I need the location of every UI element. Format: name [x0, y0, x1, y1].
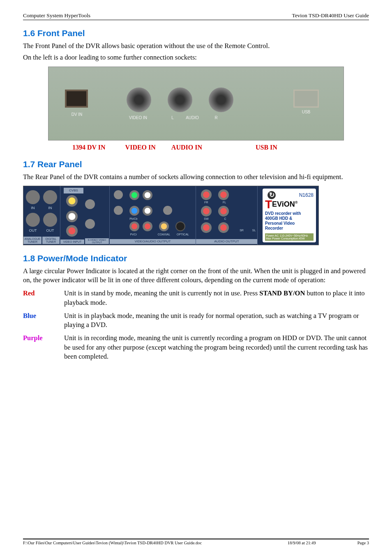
analog-out-label: OUT	[26, 228, 40, 233]
heading-1-7: 1.7 Rear Panel	[23, 159, 369, 169]
header-left: Computer System HyperTools	[23, 12, 90, 19]
audio-r-in-port	[66, 225, 78, 237]
desc-red: Unit is in stand by mode, meaning the un…	[64, 289, 369, 307]
audio-output-label: AUDIO OUTPUT	[196, 239, 257, 244]
brand-rest: EViON	[272, 200, 295, 208]
rear-seg-tuners: IN IN OUT OUT ANALOGUE TUNER DIGITAL TUN…	[23, 186, 60, 245]
audio-l-port-shape	[168, 88, 192, 112]
red-bold1: STAND BY/ON	[259, 289, 305, 297]
audio-r-label: R	[212, 115, 220, 120]
brand-logo: TEViON®	[265, 200, 314, 209]
desc2: 400GB HDD &	[265, 216, 292, 221]
prcr-label: Pr/Cr	[127, 233, 140, 236]
video-input-label: VIDEO INPUT	[60, 240, 84, 244]
label-blue: Blue	[23, 311, 64, 330]
desc4: Recorder	[265, 226, 283, 230]
cvbs-label: CVBS	[64, 188, 83, 193]
sec18-p1: A large circular Power Indicator is loca…	[23, 267, 369, 285]
ao-fl	[218, 189, 229, 200]
caption-video: VIDEO IN	[125, 144, 156, 151]
sec16-p2: On the left is a door leading to some fu…	[23, 53, 369, 62]
out-coax-icon	[163, 206, 172, 215]
footer-path: F:\Our Files\Our Computers\User Guides\T…	[23, 541, 246, 545]
out-r	[143, 221, 152, 231]
dv-port-shape	[65, 90, 88, 108]
label-purple: Purple	[23, 334, 64, 361]
sec16-p1: The Front Panel of the DVR allows basic …	[23, 41, 369, 51]
ao-sw	[201, 206, 212, 216]
sl-label: SL	[248, 229, 260, 232]
sr-label: SR	[235, 229, 248, 232]
digital-in-port	[43, 190, 57, 204]
audio-label: AUDIO	[180, 115, 205, 120]
coax-label: COAXIAL	[155, 233, 173, 236]
ao-sl	[218, 222, 229, 233]
analog-out-port	[26, 213, 40, 227]
indicator-row-red: Red Unit is in stand by mode, meaning th…	[23, 289, 369, 307]
digital-out-port	[43, 213, 57, 227]
digital-out-label: OUT	[43, 228, 57, 233]
badge-desc: DVD recorder with 400GB HDD & Personal V…	[265, 211, 314, 231]
sw-label: SW	[200, 217, 212, 220]
page-footer: F:\Our Files\Our Computers\User Guides\T…	[23, 539, 369, 545]
label-red: Red	[23, 289, 64, 307]
page-header: Computer System HyperTools Tevion TSD-DR…	[23, 12, 369, 20]
video-port-shape	[127, 88, 151, 112]
desc-blue: Unit is in playback mode, meaning the un…	[64, 311, 369, 330]
out-pr	[129, 221, 139, 231]
usb-port-shape	[293, 90, 319, 108]
out-optical	[175, 221, 185, 231]
svideo-in-port	[85, 199, 95, 209]
out-l2	[143, 206, 152, 216]
indicator-row-blue: Blue Unit is in playback mode, meaning t…	[23, 311, 369, 330]
fr-label: FR	[200, 201, 212, 204]
fl-label: FL	[218, 201, 231, 204]
video-label: VIDEO IN	[122, 115, 154, 120]
rear-badge: ↻ N1628 TEViON® DVD recorder with 400GB …	[263, 189, 316, 242]
header-right: Tevion TSD-DR40HD User Guide	[292, 12, 369, 19]
brand-reg: ®	[295, 200, 298, 205]
usb-label: USB	[293, 110, 319, 114]
ao-c	[218, 206, 229, 216]
desc-purple: Unit is in recording mode, meaning the u…	[64, 334, 369, 361]
rear-panel-image: IN IN OUT OUT ANALOGUE TUNER DIGITAL TUN…	[23, 186, 319, 245]
out-l	[143, 190, 152, 200]
rear-seg-video-input: CVBS VIDEO INPUT S-VIDEO VIDEO OUTPUT	[60, 186, 110, 245]
model-no: N1628	[299, 192, 314, 198]
caption-dv: 1394 DV IN	[72, 144, 106, 151]
cvbs-port	[66, 195, 78, 207]
audio-l-in-port	[66, 211, 78, 222]
svideo-out-label: S-VIDEO VIDEO OUTPUT	[85, 238, 109, 244]
front-panel-image: DV IN VIDEO IN L AUDIO R USB	[48, 67, 344, 140]
c-label: C	[219, 217, 231, 220]
heading-1-6: 1.6 Front Panel	[23, 28, 369, 38]
footer-page: Page 3	[357, 541, 369, 545]
analog-tuner-label: ANALOGUE TUNER	[23, 237, 42, 244]
caption-audio: AUDIO IN	[171, 144, 202, 151]
rear-seg-audio-output: FR FL SW C SR SL AUDIO OUTPUT	[196, 186, 258, 245]
analog-in-label: IN	[26, 206, 40, 210]
dv-label: DV IN	[62, 112, 91, 117]
audio-l-label: L	[168, 115, 177, 120]
out-svideo	[114, 190, 123, 199]
caption-usb: USB IN	[256, 144, 277, 151]
ao-sr	[201, 222, 212, 233]
sec17-p1: The Rear Panel of the DVR contains a num…	[23, 173, 369, 182]
indicator-row-purple: Purple Unit is in recording mode, meanin…	[23, 334, 369, 361]
desc3: Personal Video	[265, 221, 295, 226]
power2: Max Power Consumption:45W	[266, 237, 305, 240]
optical-label: OPTICAL	[174, 233, 192, 236]
out-cvbs2	[114, 206, 123, 215]
swirl-icon: ↻	[267, 191, 276, 199]
out-pb	[129, 206, 139, 216]
analog-in-port	[26, 190, 40, 204]
ao-fr	[201, 189, 212, 200]
front-panel-caption: 1394 DV IN VIDEO IN AUDIO IN USB IN	[23, 144, 369, 151]
digital-in-label: IN	[43, 206, 57, 210]
video-audio-output-label: VIDEO/AUDIO OUTPUT	[110, 239, 196, 244]
out-y	[129, 190, 139, 200]
digital-tuner-label: DIGITAL TUNER	[42, 237, 60, 244]
out-coax	[159, 221, 169, 231]
pbcb-label: Pb/Cb	[127, 217, 140, 220]
audio-r-port-shape	[209, 88, 233, 112]
